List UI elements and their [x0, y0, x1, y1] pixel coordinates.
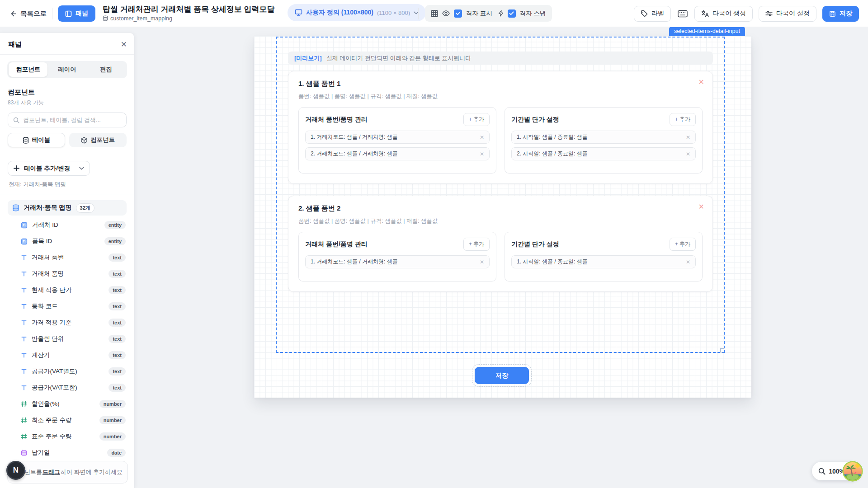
remove-row-icon[interactable]: ✕	[686, 259, 690, 265]
current-table-label: 현재: 거래처-품목 맵핑	[9, 181, 127, 188]
remove-row-icon[interactable]: ✕	[480, 134, 484, 141]
field-row[interactable]: 현재 적용 단가 text	[0, 282, 134, 298]
preview-text: 실제 데이터가 전달되면 아래와 같은 형태로 표시됩니다	[326, 54, 472, 62]
database-icon	[12, 204, 19, 211]
close-icon[interactable]: ✕	[121, 41, 127, 48]
field-row[interactable]: 공급가(VAT포함) text	[0, 380, 134, 396]
grid-icon	[431, 10, 438, 17]
back-label: 목록으로	[20, 9, 47, 18]
search-input[interactable]	[23, 117, 121, 123]
field-row[interactable]: 거래처 품명 text	[0, 266, 134, 282]
resize-handle[interactable]	[720, 348, 724, 352]
remove-row-icon[interactable]: ✕	[480, 151, 484, 157]
remove-item-icon[interactable]: ✕	[698, 203, 704, 211]
keyboard-shortcuts-button[interactable]	[677, 6, 689, 22]
date-type-icon	[21, 450, 27, 456]
column-count-badge: 32개	[76, 203, 94, 213]
field-row[interactable]: 표준 주문 수량 number	[0, 428, 134, 445]
text-type-icon	[21, 352, 27, 358]
field-row[interactable]: 최소 주문 수량 number	[0, 412, 134, 428]
selected-component-name-tooltip: selected-items-detail-input	[669, 27, 745, 36]
divider	[0, 194, 134, 194]
i18n-generate-button[interactable]: 다국어 생성	[694, 6, 753, 22]
filter-components-button[interactable]: 컴포넌트	[69, 133, 127, 147]
number-type-icon	[21, 401, 27, 407]
field-row[interactable]: 할인율(%) number	[0, 396, 134, 412]
grid-show-checkbox[interactable]	[454, 9, 462, 18]
i18n-settings-button[interactable]: 다국어 설정	[759, 6, 816, 22]
field-row[interactable]: 계산기 text	[0, 347, 134, 363]
eye-icon[interactable]	[442, 10, 450, 16]
back-arrow-icon	[9, 10, 17, 18]
search-icon	[13, 117, 19, 123]
field-row[interactable]: 가격 적용 기준 text	[0, 314, 134, 331]
field-row[interactable]: 통화 코드 text	[0, 298, 134, 314]
add-row-button[interactable]: + 추가	[670, 238, 696, 251]
tag-icon	[641, 10, 648, 17]
field-type-badge: entity	[104, 221, 126, 229]
add-row-button[interactable]: + 추가	[463, 113, 490, 126]
field-type-badge: number	[99, 416, 126, 424]
modal-save-button[interactable]: 저장	[475, 367, 529, 384]
field-type-badge: text	[108, 319, 126, 327]
lightning-icon	[498, 10, 504, 17]
field-type-badge: text	[108, 302, 126, 310]
entity-icon	[21, 222, 28, 229]
grid-show-label: 격자 표시	[466, 9, 492, 18]
save-button[interactable]: 저장	[822, 6, 859, 22]
add-row-button[interactable]: + 추가	[670, 113, 696, 126]
text-type-icon	[21, 287, 27, 293]
tab-edit[interactable]: 편집	[87, 62, 126, 77]
remove-item-icon[interactable]: ✕	[698, 79, 704, 86]
table-name: 거래처-품목 맵핑	[24, 204, 72, 212]
chevron-down-icon	[79, 167, 84, 170]
text-type-icon	[21, 385, 27, 391]
field-row[interactable]: 거래처 ID entity	[0, 217, 134, 233]
field-type-badge: text	[108, 351, 126, 359]
back-to-list-button[interactable]: 목록으로	[9, 9, 47, 18]
field-type-badge: text	[108, 367, 126, 375]
remove-row-icon[interactable]: ✕	[686, 134, 690, 141]
grid-snap-label: 격자 스냅	[520, 9, 546, 18]
table-group-header[interactable]: 거래처-품목 맵핑 32개	[8, 200, 127, 216]
selected-items-detail-input-component[interactable]: selected-items-detail-input [미리보기] 실제 데이…	[276, 37, 725, 353]
list-item: 2. 시작일: 샘플 / 종료일: 샘플 ✕	[511, 147, 696, 160]
divider	[418, 8, 419, 19]
field-type-badge: text	[108, 286, 126, 294]
field-row[interactable]: 공급가(VAT별도) text	[0, 363, 134, 380]
remove-row-icon[interactable]: ✕	[480, 259, 484, 265]
field-type-badge: date	[107, 449, 126, 457]
drag-hint: 컴포넌트를 드래그하여 화면에 추가하세요	[7, 461, 128, 483]
viewport-size-dropdown[interactable]: 사용자 정의 (1100×800) (1100 × 800)	[288, 4, 426, 21]
entity-icon	[21, 238, 28, 245]
magnifier-icon	[818, 468, 826, 475]
add-change-table-button[interactable]: 테이블 추가/변경	[8, 161, 90, 176]
components-available-count: 83개 사용 가능	[8, 99, 127, 107]
n-logo-badge[interactable]: N	[6, 461, 25, 480]
field-row[interactable]: 반올림 단위 text	[0, 331, 134, 347]
island-extension-icon[interactable]	[842, 460, 863, 482]
panel-toggle-button[interactable]: 패널	[58, 5, 95, 22]
add-row-button[interactable]: + 추가	[463, 238, 490, 251]
list-item: 1. 시작일: 샘플 / 종료일: 샘플 ✕	[511, 255, 696, 268]
tab-components[interactable]: 컴포넌트	[9, 62, 47, 77]
text-type-icon	[21, 368, 27, 375]
field-row[interactable]: 거래처 품번 text	[0, 249, 134, 266]
number-type-icon	[21, 417, 27, 423]
table-source-name: customer_item_mapping	[110, 15, 172, 22]
cube-icon	[81, 137, 87, 144]
field-type-badge: number	[99, 400, 126, 408]
design-canvas[interactable]: selected-items-detail-input [미리보기] 실제 데이…	[254, 36, 751, 398]
label-button[interactable]: 라벨	[634, 6, 671, 22]
period-price-panel: 기간별 단가 설정 + 추가 1. 시작일: 샘플 / 종료일: 샘플 ✕ 2.…	[505, 107, 703, 174]
field-row[interactable]: 품목 ID entity	[0, 233, 134, 249]
remove-row-icon[interactable]: ✕	[686, 151, 690, 157]
grid-snap-checkbox[interactable]	[508, 9, 516, 18]
text-type-icon	[21, 303, 27, 310]
sidebar-tab-bar: 컴포넌트 레이어 편집	[7, 61, 127, 78]
field-row[interactable]: 납기일 date	[0, 445, 134, 461]
tab-layers[interactable]: 레이어	[47, 62, 86, 77]
panel-icon	[65, 10, 72, 17]
save-icon	[829, 10, 836, 17]
filter-tables-button[interactable]: 테이블	[8, 133, 65, 147]
